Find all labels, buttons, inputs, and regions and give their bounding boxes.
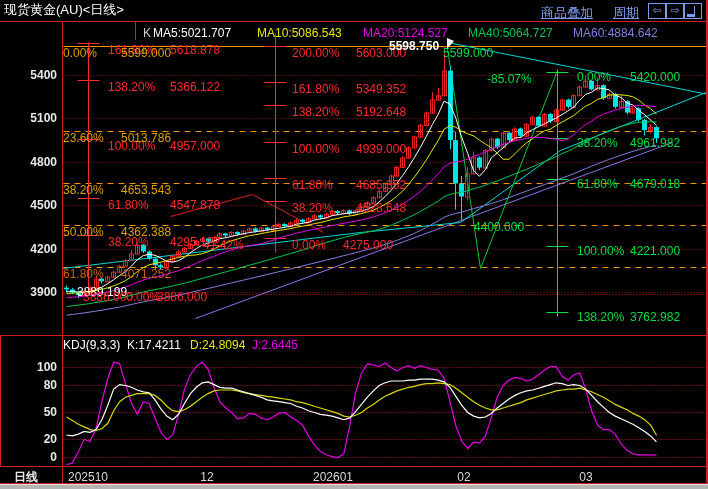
ma-legend-item: MA60:4884.642 bbox=[573, 27, 658, 39]
fib-pct-label: 61.80% bbox=[108, 199, 149, 211]
ma-legend-item: MA20:5124.527 bbox=[363, 27, 448, 39]
fib-pct-label: 200.00% bbox=[292, 47, 339, 59]
time-axis-label: 12 bbox=[177, 471, 237, 483]
kdj-axis-label: 100 bbox=[0, 361, 57, 373]
fib-value-label: 4939.000 bbox=[356, 143, 406, 155]
price-axis-label: 4800 bbox=[0, 156, 57, 168]
period-link[interactable]: 周期 bbox=[613, 4, 639, 22]
legend-k-label: K bbox=[143, 27, 151, 39]
time-axis-label: 202510 bbox=[58, 471, 118, 483]
fib-pct-label: 50.00% bbox=[63, 226, 104, 238]
period-mode-label: 日线 bbox=[14, 471, 38, 483]
kdj-axis-label: 0 bbox=[0, 451, 57, 463]
fib-pct-label: 138.20% bbox=[108, 81, 155, 93]
green-annotation-label: 4400.000 bbox=[474, 221, 524, 233]
price-axis-label: 4500 bbox=[0, 199, 57, 211]
fib-pct-label: 61.80% bbox=[577, 178, 618, 190]
green-annotation-label: -85.07% bbox=[487, 73, 532, 85]
fib-value-label: 5366.122 bbox=[170, 81, 220, 93]
fib-pct-label: 61.80% bbox=[292, 179, 333, 191]
fib-pct-label: 38.20% bbox=[63, 184, 104, 196]
fib-value-label: 4957.000 bbox=[170, 140, 220, 152]
ma-legend-item: MA5:5021.707 bbox=[153, 27, 231, 39]
fib-pct-label: 0.00% bbox=[292, 239, 326, 251]
fib-pct-label: 100.00% bbox=[292, 143, 339, 155]
time-axis-label: 202601 bbox=[303, 471, 363, 483]
red-annotation-label: 3886.000 bbox=[157, 291, 207, 303]
titlebar-separator bbox=[0, 21, 708, 22]
fib-pct-label: 0.00% bbox=[63, 47, 97, 59]
layout-glyph-bottom bbox=[687, 14, 695, 17]
fib-pct-label: 23.60% bbox=[63, 132, 104, 144]
fib-value-label: 4685.352 bbox=[356, 179, 406, 191]
kdj-title: KDJ(9,3,3) bbox=[63, 339, 120, 351]
fib-value-label: 5420.000 bbox=[630, 71, 680, 83]
overlay-link[interactable]: 商品叠加 bbox=[541, 4, 593, 22]
axis-separator bbox=[62, 21, 63, 483]
price-marker-label: 5598.750 bbox=[389, 40, 439, 52]
kdj-axis-label: 80 bbox=[0, 379, 57, 391]
red-annotation-label: 0.00% bbox=[126, 291, 160, 303]
time-axis-label: 02 bbox=[434, 471, 494, 483]
kdj-top-border bbox=[0, 335, 708, 336]
kdj-bottom-border bbox=[0, 466, 708, 467]
kdj-axis-label: 20 bbox=[0, 433, 57, 445]
time-axis-label: 03 bbox=[556, 471, 616, 483]
fib-pct-label: 138.20% bbox=[292, 106, 339, 118]
fib-value-label: 4547.878 bbox=[170, 199, 220, 211]
ma-legend-item: MA10:5086.543 bbox=[257, 27, 342, 39]
fib-value-label: 4071.252 bbox=[121, 268, 171, 280]
symbol-title: 现货黄金(AU)<日线> bbox=[4, 4, 124, 16]
fib-pct-label: 161.80% bbox=[292, 83, 339, 95]
kdj-left-border bbox=[0, 336, 1, 467]
red-annotation-label: 41.42% bbox=[203, 239, 244, 251]
window-layout-icon[interactable] bbox=[684, 3, 702, 19]
fib-value-label: 4528.648 bbox=[356, 202, 406, 214]
price-axis-label: 3900 bbox=[0, 286, 57, 298]
price-axis-label: 5100 bbox=[0, 112, 57, 124]
fib-pct-label: 138.20% bbox=[577, 311, 624, 323]
fib-value-label: 5349.352 bbox=[356, 83, 406, 95]
fib-pct-label: 38.20% bbox=[292, 202, 333, 214]
bottom-scrollbar[interactable] bbox=[0, 484, 708, 489]
kdj-value-label: J:2.6445 bbox=[252, 339, 298, 351]
fib-value-label: 4275.000 bbox=[343, 239, 393, 251]
fib-pct-label: 100.00% bbox=[577, 245, 624, 257]
price-axis-label: 4200 bbox=[0, 243, 57, 255]
fib-value-label: 4653.543 bbox=[121, 184, 171, 196]
next-arrow-icon[interactable]: ⇨ bbox=[666, 3, 684, 19]
fib-value-label: 5013.786 bbox=[121, 132, 171, 144]
kdj-axis-label: 50 bbox=[0, 406, 57, 418]
fib-value-label: 4961.982 bbox=[630, 137, 680, 149]
fib-pct-label: 38.20% bbox=[577, 137, 618, 149]
fib-value-label: 4679.018 bbox=[630, 178, 680, 190]
kdj-value-label: D:24.8094 bbox=[190, 339, 245, 351]
kdj-value-label: K:17.4211 bbox=[127, 339, 181, 351]
fib-value-label: 5192.648 bbox=[356, 106, 406, 118]
ma-legend-item: MA40:5064.727 bbox=[468, 27, 553, 39]
fib-value-label: 4362.388 bbox=[121, 226, 171, 238]
legend-tick bbox=[135, 22, 136, 40]
fib-value-label: 4221.000 bbox=[630, 245, 680, 257]
title-bar: 现货黄金(AU)<日线> 商品叠加 周期 ⇦ ⇨ bbox=[0, 0, 708, 21]
fib-pct-label: 0.00% bbox=[577, 71, 611, 83]
fib-value-label: 3762.982 bbox=[630, 311, 680, 323]
fib-value-label: 5599.000 bbox=[121, 47, 171, 59]
price-axis-label: 5400 bbox=[0, 69, 57, 81]
fib-pct-label: 61.80% bbox=[63, 268, 104, 280]
mouse-cursor-icon bbox=[447, 38, 454, 49]
prev-arrow-icon[interactable]: ⇦ bbox=[648, 3, 666, 19]
fib-value-label: 5618.878 bbox=[170, 44, 220, 56]
trading-app-window: 现货黄金(AU)<日线> 商品叠加 周期 ⇦ ⇨ K MA5:5021.707M… bbox=[0, 0, 708, 489]
